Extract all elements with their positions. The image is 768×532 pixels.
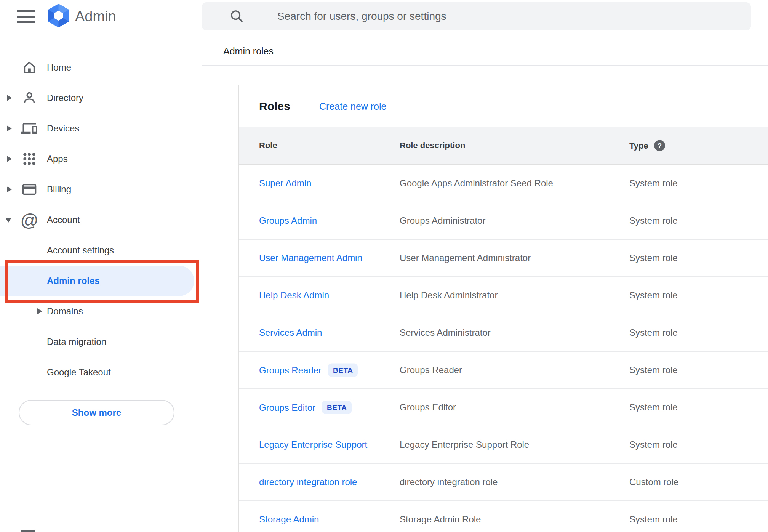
role-description: User Management Administrator [400, 253, 531, 263]
role-type: Custom role [629, 477, 678, 487]
table-row: User Management AdminUser Management Adm… [239, 240, 768, 277]
sidebar: Admin HomeDirectoryDevicesAppsBilling@Ac… [0, 0, 202, 532]
sidebar-item-label: Admin roles [47, 276, 100, 286]
apps-icon [21, 149, 38, 168]
table-row: directory integration roledirectory inte… [239, 464, 768, 501]
roles-card-header: Roles Create new role [239, 85, 768, 127]
app-title: Admin [75, 8, 116, 25]
billing-icon [21, 180, 38, 199]
sidebar-item-data-migration[interactable]: Data migration [0, 327, 202, 357]
search-bar[interactable] [202, 2, 751, 30]
role-type: System role [629, 439, 678, 450]
role-link-groups-editor[interactable]: Groups Editor [259, 402, 315, 413]
breadcrumb: Admin roles [223, 46, 274, 57]
role-type: System role [629, 327, 678, 338]
role-link-groups-admin[interactable]: Groups Admin [259, 215, 317, 226]
role-description: Groups Administrator [400, 215, 485, 226]
sidebar-item-domains[interactable]: Domains [0, 296, 202, 327]
chevron-right-icon[interactable] [7, 186, 12, 192]
sidebar-item-label: Account [47, 215, 80, 225]
create-new-role-link[interactable]: Create new role [319, 101, 386, 112]
roles-title: Roles [259, 100, 290, 113]
sidebar-item-label: Google Takeout [47, 367, 111, 378]
role-link-services-admin[interactable]: Services Admin [259, 327, 322, 338]
column-role-description: Role description [400, 141, 465, 151]
sidebar-item-billing[interactable]: Billing [0, 174, 202, 205]
beta-badge: BETA [328, 364, 358, 377]
admin-logo[interactable]: Admin [48, 4, 116, 29]
role-description: Groups Reader [400, 365, 462, 375]
table-row: Services AdminServices AdministratorSyst… [239, 314, 768, 352]
home-icon [21, 58, 38, 77]
roles-card: Roles Create new role Role Role descript… [238, 85, 768, 532]
table-row: Help Desk AdminHelp Desk AdministratorSy… [239, 277, 768, 314]
header-divider [202, 65, 768, 66]
role-type: System role [629, 402, 678, 413]
table-row: Super AdminGoogle Apps Administrator See… [239, 165, 768, 202]
table-body: Super AdminGoogle Apps Administrator See… [239, 165, 768, 532]
role-description: Services Administrator [400, 327, 491, 338]
sidebar-nav: HomeDirectoryDevicesAppsBilling@AccountA… [0, 52, 202, 388]
role-link-groups-reader[interactable]: Groups Reader [259, 365, 322, 375]
help-icon[interactable]: ? [654, 140, 665, 151]
beta-badge: BETA [322, 401, 352, 414]
sidebar-item-label: Billing [47, 184, 71, 195]
sidebar-item-directory[interactable]: Directory [0, 83, 202, 113]
table-row: Groups EditorBETAGroups EditorSystem rol… [239, 389, 768, 426]
role-type: System role [629, 365, 678, 375]
sidebar-item-account[interactable]: @Account [0, 205, 202, 235]
table-row: Groups AdminGroups AdministratorSystem r… [239, 202, 768, 240]
role-link-user-management-admin[interactable]: User Management Admin [259, 253, 362, 263]
role-type: System role [629, 290, 678, 301]
role-link-super-admin[interactable]: Super Admin [259, 178, 311, 189]
role-description: Help Desk Administrator [400, 290, 498, 301]
admin-hexagon-icon [48, 4, 69, 29]
role-description: Legacy Enterprise Support Role [400, 439, 529, 450]
table-header: Role Role description Type ? [239, 127, 768, 165]
sidebar-divider [0, 513, 202, 513]
chevron-right-icon[interactable] [7, 95, 12, 101]
column-type: Type ? [629, 140, 665, 151]
role-link-directory-integration-role[interactable]: directory integration role [259, 477, 357, 487]
role-type: System role [629, 178, 678, 189]
menu-icon[interactable] [17, 10, 35, 23]
role-link-help-desk-admin[interactable]: Help Desk Admin [259, 290, 329, 301]
person-icon [21, 88, 38, 107]
sidebar-item-account-settings[interactable]: Account settings [0, 235, 202, 266]
sidebar-item-label: Directory [47, 93, 83, 103]
sidebar-item-label: Data migration [47, 337, 106, 347]
sidebar-item-label: Account settings [47, 245, 114, 256]
chevron-right-icon[interactable] [37, 308, 42, 314]
role-type: System role [629, 253, 678, 263]
sidebar-item-label: Devices [47, 123, 79, 134]
show-more-button[interactable]: Show more [19, 400, 174, 425]
sidebar-item-label: Domains [47, 306, 83, 317]
table-row: Legacy Enterprise SupportLegacy Enterpri… [239, 426, 768, 464]
main-area: Admin roles Roles Create new role Role R… [202, 0, 768, 532]
devices-icon [21, 119, 38, 138]
chevron-down-icon[interactable] [5, 218, 11, 223]
table-row: Storage AdminStorage Admin RoleSystem ro… [239, 501, 768, 532]
search-input[interactable] [277, 10, 696, 22]
role-link-legacy-enterprise-support[interactable]: Legacy Enterprise Support [259, 439, 367, 450]
sidebar-item-devices[interactable]: Devices [0, 113, 202, 144]
sidebar-header: Admin [0, 0, 116, 33]
role-description: directory integration role [400, 477, 498, 487]
sidebar-item-admin-roles[interactable]: Admin roles [0, 266, 202, 296]
chevron-right-icon[interactable] [7, 125, 12, 131]
role-link-storage-admin[interactable]: Storage Admin [259, 514, 319, 525]
at-icon: @ [21, 210, 38, 229]
sidebar-item-google-takeout[interactable]: Google Takeout [0, 357, 202, 388]
sidebar-item-apps[interactable]: Apps [0, 144, 202, 174]
role-description: Google Apps Administrator Seed Role [400, 178, 553, 189]
table-row: Groups ReaderBETAGroups ReaderSystem rol… [239, 352, 768, 389]
sidebar-item-label: Home [47, 62, 71, 73]
role-type: System role [629, 514, 678, 525]
role-description: Groups Editor [400, 402, 456, 413]
search-icon [229, 9, 245, 24]
role-type: System role [629, 215, 678, 226]
column-role: Role [259, 141, 277, 151]
role-description: Storage Admin Role [400, 514, 481, 525]
sidebar-item-home[interactable]: Home [0, 52, 202, 83]
chevron-right-icon[interactable] [7, 156, 12, 162]
